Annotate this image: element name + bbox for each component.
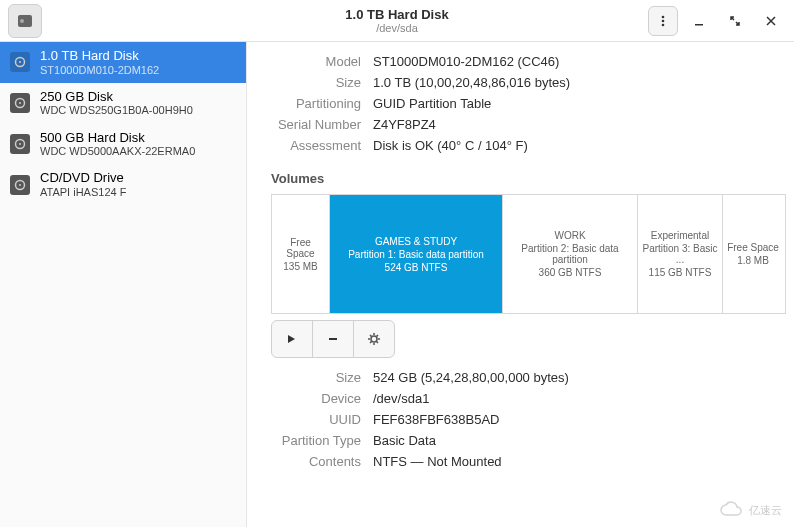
sidebar-item-sub: ATAPI iHAS124 F bbox=[40, 186, 126, 199]
vol-value-uuid: FEF638FBF638B5AD bbox=[373, 412, 499, 427]
app-menu-button[interactable] bbox=[8, 4, 42, 38]
disk-icon bbox=[10, 93, 30, 113]
sidebar-item-sub: WDC WD5000AAKX-22ERMA0 bbox=[40, 145, 195, 158]
svg-point-4 bbox=[662, 23, 665, 26]
sidebar-item-sub: WDC WDS250G1B0A-00H9H0 bbox=[40, 104, 193, 117]
prop-label: Contents bbox=[271, 454, 361, 469]
window-title: 1.0 TB Hard Disk bbox=[345, 7, 448, 22]
svg-rect-5 bbox=[695, 24, 703, 26]
titlebar-right bbox=[648, 6, 786, 36]
svg-point-9 bbox=[19, 102, 21, 104]
sidebar-item-sub: ST1000DM010-2DM162 bbox=[40, 64, 159, 77]
svg-point-13 bbox=[19, 184, 21, 186]
content: 1.0 TB Hard DiskST1000DM010-2DM162250 GB… bbox=[0, 42, 794, 527]
prop-value-partitioning: GUID Partition Table bbox=[373, 96, 491, 111]
vol-value-ptype: Basic Data bbox=[373, 433, 436, 448]
svg-rect-14 bbox=[329, 338, 337, 340]
volume-size: 115 GB NTFS bbox=[649, 267, 712, 278]
prop-value-assessment: Disk is OK (40° C / 104° F) bbox=[373, 138, 528, 153]
prop-label: Partition Type bbox=[271, 433, 361, 448]
volume-type: Partition 1: Basic data partition bbox=[348, 249, 484, 260]
partition-settings-button[interactable] bbox=[353, 320, 395, 358]
vol-value-size: 524 GB (5,24,28,80,00,000 bytes) bbox=[373, 370, 569, 385]
vol-value-device: /dev/sda1 bbox=[373, 391, 429, 406]
cloud-icon bbox=[719, 501, 745, 519]
sidebar-item[interactable]: 500 GB Hard DiskWDC WD5000AAKX-22ERMA0 bbox=[0, 124, 246, 165]
prop-label: Partitioning bbox=[271, 96, 361, 111]
prop-label: Serial Number bbox=[271, 117, 361, 132]
volume-name: GAMES & STUDY bbox=[375, 236, 457, 247]
prop-label: Size bbox=[271, 75, 361, 90]
prop-value-model: ST1000DM010-2DM162 (CC46) bbox=[373, 54, 559, 69]
minimize-button[interactable] bbox=[684, 6, 714, 36]
sidebar-item[interactable]: 250 GB DiskWDC WDS250G1B0A-00H9H0 bbox=[0, 83, 246, 124]
volume-segment[interactable]: Free Space1.8 MB bbox=[723, 195, 783, 313]
disk-icon bbox=[10, 175, 30, 195]
svg-point-1 bbox=[20, 19, 24, 23]
svg-point-3 bbox=[662, 19, 665, 22]
volume-segment[interactable]: ExperimentalPartition 3: Basic ...115 GB… bbox=[638, 195, 723, 313]
titlebar-center: 1.0 TB Hard Disk /dev/sda bbox=[345, 7, 448, 34]
volume-size: 524 GB NTFS bbox=[385, 262, 448, 273]
titlebar: 1.0 TB Hard Disk /dev/sda bbox=[0, 0, 794, 42]
prop-label: Device bbox=[271, 391, 361, 406]
volume-actions bbox=[271, 320, 770, 358]
disk-icon bbox=[10, 52, 30, 72]
disk-icon bbox=[10, 134, 30, 154]
volume-name: WORK bbox=[554, 230, 585, 241]
volume-size: 1.8 MB bbox=[737, 255, 769, 266]
volume-type: Partition 2: Basic data partition bbox=[507, 243, 633, 265]
volumes-heading: Volumes bbox=[271, 171, 770, 186]
delete-partition-button[interactable] bbox=[312, 320, 354, 358]
prop-value-size: 1.0 TB (10,00,20,48,86,016 bytes) bbox=[373, 75, 570, 90]
maximize-button[interactable] bbox=[720, 6, 750, 36]
sidebar: 1.0 TB Hard DiskST1000DM010-2DM162250 GB… bbox=[0, 42, 247, 527]
svg-point-7 bbox=[19, 61, 21, 63]
prop-value-serial: Z4YF8PZ4 bbox=[373, 117, 436, 132]
sidebar-item[interactable]: CD/DVD DriveATAPI iHAS124 F bbox=[0, 164, 246, 205]
prop-label: Size bbox=[271, 370, 361, 385]
volume-segment[interactable]: WORKPartition 2: Basic data partition360… bbox=[503, 195, 638, 313]
volume-segment[interactable]: Free Space135 MB bbox=[272, 195, 330, 313]
svg-point-11 bbox=[19, 143, 21, 145]
vol-value-contents: NTFS — Not Mounted bbox=[373, 454, 502, 469]
volume-size: 135 MB bbox=[283, 261, 317, 272]
window-subtitle: /dev/sda bbox=[345, 22, 448, 34]
mount-button[interactable] bbox=[271, 320, 313, 358]
volume-name: Free Space bbox=[276, 237, 325, 259]
watermark: 亿速云 bbox=[719, 501, 782, 519]
titlebar-left bbox=[8, 4, 42, 38]
volume-type: Partition 3: Basic ... bbox=[642, 243, 718, 265]
prop-label: Assessment bbox=[271, 138, 361, 153]
prop-label: Model bbox=[271, 54, 361, 69]
volume-name: Free Space bbox=[727, 242, 779, 253]
sidebar-item-name: CD/DVD Drive bbox=[40, 170, 126, 186]
volume-size: 360 GB NTFS bbox=[539, 267, 602, 278]
svg-point-2 bbox=[662, 15, 665, 18]
volume-bar: Free Space135 MBGAMES & STUDYPartition 1… bbox=[271, 194, 786, 314]
sidebar-item-name: 250 GB Disk bbox=[40, 89, 193, 105]
volume-name: Experimental bbox=[651, 230, 709, 241]
main-panel: ModelST1000DM010-2DM162 (CC46) Size1.0 T… bbox=[247, 42, 794, 527]
prop-label: UUID bbox=[271, 412, 361, 427]
sidebar-item[interactable]: 1.0 TB Hard DiskST1000DM010-2DM162 bbox=[0, 42, 246, 83]
close-button[interactable] bbox=[756, 6, 786, 36]
sidebar-item-name: 500 GB Hard Disk bbox=[40, 130, 195, 146]
svg-point-15 bbox=[371, 336, 377, 342]
sidebar-item-name: 1.0 TB Hard Disk bbox=[40, 48, 159, 64]
volume-segment[interactable]: GAMES & STUDYPartition 1: Basic data par… bbox=[330, 195, 503, 313]
kebab-menu-button[interactable] bbox=[648, 6, 678, 36]
